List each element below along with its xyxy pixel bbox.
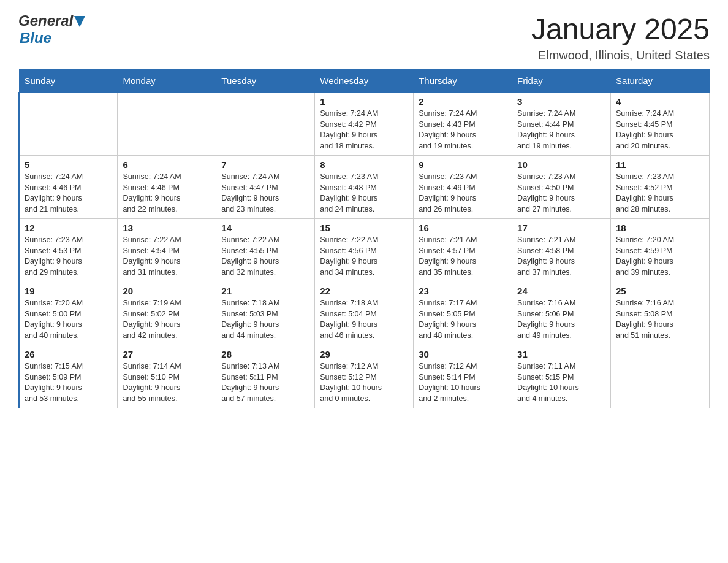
day-info: Sunrise: 7:23 AMSunset: 4:52 PMDaylight:… bbox=[616, 172, 704, 215]
calendar-cell: 8Sunrise: 7:23 AMSunset: 4:48 PMDaylight… bbox=[315, 156, 414, 219]
location-title: Elmwood, Illinois, United States bbox=[531, 48, 710, 63]
logo-triangle-icon bbox=[74, 16, 85, 27]
calendar-cell: 5Sunrise: 7:24 AMSunset: 4:46 PMDaylight… bbox=[19, 156, 118, 219]
calendar-cell: 22Sunrise: 7:18 AMSunset: 5:04 PMDayligh… bbox=[315, 282, 414, 345]
day-info: Sunrise: 7:24 AMSunset: 4:46 PMDaylight:… bbox=[123, 172, 211, 215]
logo: General Blue bbox=[18, 12, 85, 47]
day-number: 6 bbox=[123, 159, 211, 170]
day-number: 23 bbox=[419, 286, 507, 296]
calendar-table: Sunday Monday Tuesday Wednesday Thursday… bbox=[18, 69, 710, 408]
day-number: 28 bbox=[221, 349, 309, 359]
day-info: Sunrise: 7:14 AMSunset: 5:10 PMDaylight:… bbox=[123, 361, 211, 404]
calendar-cell: 9Sunrise: 7:23 AMSunset: 4:49 PMDaylight… bbox=[414, 156, 512, 219]
col-friday: Friday bbox=[512, 69, 611, 93]
day-info: Sunrise: 7:18 AMSunset: 5:04 PMDaylight:… bbox=[320, 298, 408, 341]
col-thursday: Thursday bbox=[414, 69, 512, 93]
calendar-cell bbox=[19, 93, 118, 156]
day-number: 3 bbox=[517, 96, 605, 107]
calendar-cell: 11Sunrise: 7:23 AMSunset: 4:52 PMDayligh… bbox=[611, 156, 710, 219]
day-info: Sunrise: 7:21 AMSunset: 4:57 PMDaylight:… bbox=[419, 235, 507, 278]
calendar-cell: 14Sunrise: 7:22 AMSunset: 4:55 PMDayligh… bbox=[216, 219, 315, 282]
calendar-cell: 17Sunrise: 7:21 AMSunset: 4:58 PMDayligh… bbox=[512, 219, 611, 282]
day-info: Sunrise: 7:15 AMSunset: 5:09 PMDaylight:… bbox=[25, 361, 112, 404]
day-number: 19 bbox=[25, 286, 112, 296]
calendar-cell: 3Sunrise: 7:24 AMSunset: 4:44 PMDaylight… bbox=[512, 93, 611, 156]
logo-general-text: General bbox=[18, 12, 73, 29]
col-monday: Monday bbox=[118, 69, 216, 93]
day-number: 4 bbox=[616, 96, 704, 107]
day-info: Sunrise: 7:24 AMSunset: 4:45 PMDaylight:… bbox=[616, 109, 704, 151]
day-info: Sunrise: 7:24 AMSunset: 4:44 PMDaylight:… bbox=[517, 109, 605, 151]
calendar-cell: 18Sunrise: 7:20 AMSunset: 4:59 PMDayligh… bbox=[611, 219, 710, 282]
calendar-week-5: 26Sunrise: 7:15 AMSunset: 5:09 PMDayligh… bbox=[19, 345, 710, 408]
day-number: 8 bbox=[320, 159, 408, 170]
day-info: Sunrise: 7:20 AMSunset: 4:59 PMDaylight:… bbox=[616, 235, 704, 278]
day-number: 2 bbox=[419, 96, 507, 107]
day-number: 25 bbox=[616, 286, 704, 296]
day-number: 5 bbox=[25, 159, 112, 170]
day-info: Sunrise: 7:21 AMSunset: 4:58 PMDaylight:… bbox=[517, 235, 605, 278]
calendar-cell: 24Sunrise: 7:16 AMSunset: 5:06 PMDayligh… bbox=[512, 282, 611, 345]
day-number: 20 bbox=[123, 286, 211, 296]
title-section: January 2025 Elmwood, Illinois, United S… bbox=[531, 12, 710, 63]
calendar-cell: 2Sunrise: 7:24 AMSunset: 4:43 PMDaylight… bbox=[414, 93, 512, 156]
day-number: 11 bbox=[616, 159, 704, 170]
day-info: Sunrise: 7:17 AMSunset: 5:05 PMDaylight:… bbox=[419, 298, 507, 341]
calendar-cell: 26Sunrise: 7:15 AMSunset: 5:09 PMDayligh… bbox=[19, 345, 118, 408]
calendar-cell: 19Sunrise: 7:20 AMSunset: 5:00 PMDayligh… bbox=[19, 282, 118, 345]
calendar-header: Sunday Monday Tuesday Wednesday Thursday… bbox=[19, 69, 710, 93]
day-number: 26 bbox=[25, 349, 112, 359]
month-title: January 2025 bbox=[531, 12, 710, 46]
calendar-cell: 30Sunrise: 7:12 AMSunset: 5:14 PMDayligh… bbox=[414, 345, 512, 408]
svg-marker-0 bbox=[74, 16, 85, 27]
day-number: 1 bbox=[320, 96, 408, 107]
day-info: Sunrise: 7:16 AMSunset: 5:08 PMDaylight:… bbox=[616, 298, 704, 341]
calendar-cell: 4Sunrise: 7:24 AMSunset: 4:45 PMDaylight… bbox=[611, 93, 710, 156]
day-number: 21 bbox=[221, 286, 309, 296]
day-number: 29 bbox=[320, 349, 408, 359]
calendar-cell: 27Sunrise: 7:14 AMSunset: 5:10 PMDayligh… bbox=[118, 345, 216, 408]
day-number: 22 bbox=[320, 286, 408, 296]
day-info: Sunrise: 7:22 AMSunset: 4:55 PMDaylight:… bbox=[221, 235, 309, 278]
day-info: Sunrise: 7:12 AMSunset: 5:14 PMDaylight:… bbox=[419, 361, 507, 404]
calendar-cell: 13Sunrise: 7:22 AMSunset: 4:54 PMDayligh… bbox=[118, 219, 216, 282]
calendar-body: 1Sunrise: 7:24 AMSunset: 4:42 PMDaylight… bbox=[19, 93, 710, 408]
calendar-cell bbox=[118, 93, 216, 156]
day-info: Sunrise: 7:23 AMSunset: 4:53 PMDaylight:… bbox=[25, 235, 112, 278]
calendar-cell bbox=[216, 93, 315, 156]
calendar-cell: 23Sunrise: 7:17 AMSunset: 5:05 PMDayligh… bbox=[414, 282, 512, 345]
day-info: Sunrise: 7:12 AMSunset: 5:12 PMDaylight:… bbox=[320, 361, 408, 404]
days-of-week-row: Sunday Monday Tuesday Wednesday Thursday… bbox=[19, 69, 710, 93]
day-number: 13 bbox=[123, 223, 211, 233]
calendar-week-4: 19Sunrise: 7:20 AMSunset: 5:00 PMDayligh… bbox=[19, 282, 710, 345]
day-info: Sunrise: 7:22 AMSunset: 4:56 PMDaylight:… bbox=[320, 235, 408, 278]
day-number: 16 bbox=[419, 223, 507, 233]
day-number: 14 bbox=[221, 223, 309, 233]
day-number: 24 bbox=[517, 286, 605, 296]
calendar-week-1: 1Sunrise: 7:24 AMSunset: 4:42 PMDaylight… bbox=[19, 93, 710, 156]
day-info: Sunrise: 7:18 AMSunset: 5:03 PMDaylight:… bbox=[221, 298, 309, 341]
day-info: Sunrise: 7:19 AMSunset: 5:02 PMDaylight:… bbox=[123, 298, 211, 341]
day-info: Sunrise: 7:16 AMSunset: 5:06 PMDaylight:… bbox=[517, 298, 605, 341]
day-info: Sunrise: 7:23 AMSunset: 4:48 PMDaylight:… bbox=[320, 172, 408, 215]
calendar-cell: 1Sunrise: 7:24 AMSunset: 4:42 PMDaylight… bbox=[315, 93, 414, 156]
day-info: Sunrise: 7:24 AMSunset: 4:43 PMDaylight:… bbox=[419, 109, 507, 151]
col-tuesday: Tuesday bbox=[216, 69, 315, 93]
day-number: 15 bbox=[320, 223, 408, 233]
calendar-cell: 6Sunrise: 7:24 AMSunset: 4:46 PMDaylight… bbox=[118, 156, 216, 219]
day-info: Sunrise: 7:23 AMSunset: 4:49 PMDaylight:… bbox=[419, 172, 507, 215]
calendar-cell: 10Sunrise: 7:23 AMSunset: 4:50 PMDayligh… bbox=[512, 156, 611, 219]
calendar-cell: 20Sunrise: 7:19 AMSunset: 5:02 PMDayligh… bbox=[118, 282, 216, 345]
day-info: Sunrise: 7:22 AMSunset: 4:54 PMDaylight:… bbox=[123, 235, 211, 278]
day-info: Sunrise: 7:11 AMSunset: 5:15 PMDaylight:… bbox=[517, 361, 605, 404]
calendar-cell: 28Sunrise: 7:13 AMSunset: 5:11 PMDayligh… bbox=[216, 345, 315, 408]
day-number: 9 bbox=[419, 159, 507, 170]
day-number: 27 bbox=[123, 349, 211, 359]
day-number: 31 bbox=[517, 349, 605, 359]
calendar-week-3: 12Sunrise: 7:23 AMSunset: 4:53 PMDayligh… bbox=[19, 219, 710, 282]
day-info: Sunrise: 7:20 AMSunset: 5:00 PMDaylight:… bbox=[25, 298, 112, 341]
day-number: 30 bbox=[419, 349, 507, 359]
calendar-cell: 21Sunrise: 7:18 AMSunset: 5:03 PMDayligh… bbox=[216, 282, 315, 345]
logo-blue-text: Blue bbox=[20, 29, 51, 46]
calendar-cell: 31Sunrise: 7:11 AMSunset: 5:15 PMDayligh… bbox=[512, 345, 611, 408]
